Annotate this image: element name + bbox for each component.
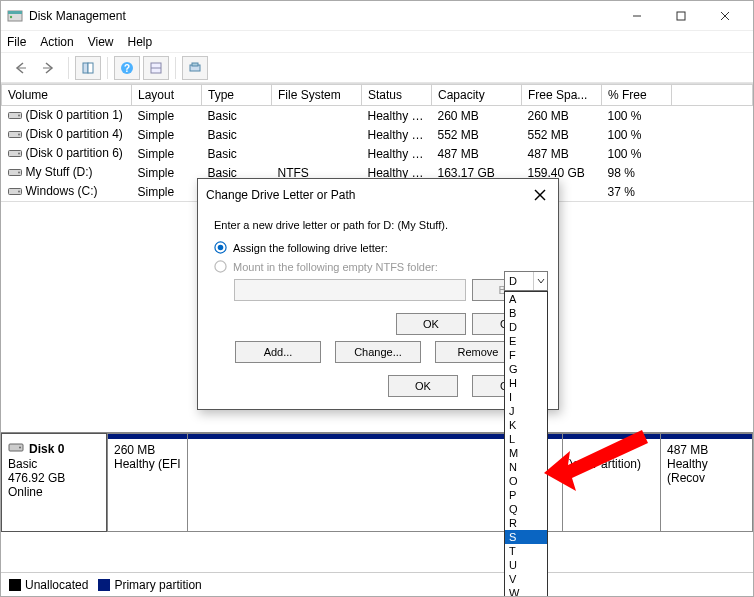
drive-letter-option[interactable]: D (505, 320, 547, 334)
table-header-row: Volume Layout Type File System Status Ca… (2, 85, 753, 106)
svg-point-16 (18, 115, 20, 117)
drive-letter-option[interactable]: J (505, 404, 547, 418)
drive-letter-option[interactable]: T (505, 544, 547, 558)
drive-letter-combo[interactable]: D (504, 271, 548, 291)
drive-letter-option[interactable]: O (505, 474, 547, 488)
drive-letter-option[interactable]: R (505, 516, 547, 530)
drive-letter-option[interactable]: G (505, 362, 547, 376)
dialog-titlebar: Change Drive Letter or Path (198, 179, 558, 211)
drive-letter-option[interactable]: Q (505, 502, 547, 516)
forward-button[interactable] (36, 56, 62, 80)
col-pctfree[interactable]: % Free (602, 85, 672, 106)
col-freespace[interactable]: Free Spa... (522, 85, 602, 106)
legend-primary: Primary partition (98, 578, 201, 592)
partition-4[interactable]: 487 MB Healthy (Recov (660, 434, 752, 531)
svg-rect-1 (8, 11, 22, 14)
dialog-close-button[interactable] (530, 185, 550, 205)
disk-name: Disk 0 (29, 442, 64, 456)
partition-row: 260 MB Healthy (EFI )ata Partition) 487 … (107, 433, 753, 532)
col-layout[interactable]: Layout (132, 85, 202, 106)
svg-point-30 (218, 245, 224, 251)
col-status[interactable]: Status (362, 85, 432, 106)
svg-point-26 (19, 447, 21, 449)
disk-basic: Basic (8, 457, 100, 471)
svg-point-18 (18, 134, 20, 136)
app-icon (7, 8, 23, 24)
col-volume[interactable]: Volume (2, 85, 132, 106)
minimize-button[interactable] (615, 1, 659, 31)
radio-unselected-icon (214, 260, 227, 273)
col-type[interactable]: Type (202, 85, 272, 106)
window-title: Disk Management (29, 9, 615, 23)
drive-letter-option[interactable]: F (505, 348, 547, 362)
drive-letter-option[interactable]: V (505, 572, 547, 586)
col-capacity[interactable]: Capacity (432, 85, 522, 106)
drive-letter-option[interactable]: L (505, 432, 547, 446)
svg-point-22 (18, 172, 20, 174)
drive-letter-option[interactable]: I (505, 390, 547, 404)
drive-letter-option[interactable]: S (505, 530, 547, 544)
col-spacer (672, 85, 753, 106)
toolbar-button-1[interactable] (75, 56, 101, 80)
legend: Unallocated Primary partition (1, 572, 753, 596)
assign-letter-radio-row[interactable]: Assign the following drive letter: (214, 241, 542, 254)
ok-button[interactable]: OK (388, 375, 458, 397)
disk-layout-strip: Disk 0 Basic 476.92 GB Online 260 MB Hea… (1, 432, 753, 532)
change-button[interactable]: Change... (335, 341, 421, 363)
partition-1[interactable]: 260 MB Healthy (EFI (107, 434, 187, 531)
change-drive-letter-dialog: Change Drive Letter or Path Enter a new … (197, 178, 559, 410)
radio-selected-icon (214, 241, 227, 254)
svg-point-2 (10, 15, 12, 17)
legend-unallocated: Unallocated (9, 578, 88, 592)
help-button[interactable]: ? (114, 56, 140, 80)
svg-rect-8 (88, 63, 93, 73)
drive-letter-option[interactable]: U (505, 558, 547, 572)
assign-letter-label: Assign the following drive letter: (233, 242, 388, 254)
close-button[interactable] (703, 1, 747, 31)
disk-icon (8, 440, 24, 457)
svg-rect-7 (83, 63, 88, 73)
drive-letter-option[interactable]: W (505, 586, 547, 597)
inner-ok-button[interactable]: OK (396, 313, 466, 335)
svg-rect-14 (192, 63, 198, 66)
mount-folder-radio-row[interactable]: Mount in the following empty NTFS folder… (214, 260, 542, 273)
drive-letter-value: D (505, 275, 533, 287)
menu-file[interactable]: File (7, 35, 26, 49)
table-row[interactable]: (Disk 0 partition 1)SimpleBasicHealthy (… (2, 106, 753, 126)
svg-point-24 (18, 191, 20, 193)
drive-letter-option[interactable]: B (505, 306, 547, 320)
mount-folder-label: Mount in the following empty NTFS folder… (233, 261, 438, 273)
toolbar-button-2[interactable] (143, 56, 169, 80)
drive-letter-option[interactable]: E (505, 334, 547, 348)
drive-letter-option[interactable]: K (505, 418, 547, 432)
menu-action[interactable]: Action (40, 35, 73, 49)
back-button[interactable] (7, 56, 33, 80)
title-bar: Disk Management (1, 1, 753, 31)
svg-point-31 (215, 261, 226, 272)
col-filesystem[interactable]: File System (272, 85, 362, 106)
drive-letter-option[interactable]: N (505, 460, 547, 474)
toolbar-button-3[interactable] (182, 56, 208, 80)
disk-state: Online (8, 485, 100, 499)
mount-folder-input (234, 279, 466, 301)
add-button[interactable]: Add... (235, 341, 321, 363)
below-disk-spacer (1, 532, 753, 572)
dialog-message: Enter a new drive letter or path for D: … (214, 219, 542, 231)
svg-text:?: ? (124, 63, 130, 74)
drive-letter-dropdown[interactable]: ABDEFGHIJKLMNOPQRSTUVWXYZ (504, 291, 548, 597)
drive-letter-option[interactable]: M (505, 446, 547, 460)
maximize-button[interactable] (659, 1, 703, 31)
menu-view[interactable]: View (88, 35, 114, 49)
drive-letter-option[interactable]: A (505, 292, 547, 306)
menu-help[interactable]: Help (128, 35, 153, 49)
svg-point-20 (18, 153, 20, 155)
disk-info-panel: Disk 0 Basic 476.92 GB Online (1, 433, 107, 532)
svg-rect-4 (677, 12, 685, 20)
table-row[interactable]: (Disk 0 partition 4)SimpleBasicHealthy (… (2, 125, 753, 144)
partition-3[interactable]: )ata Partition) (562, 434, 660, 531)
disk-management-window: Disk Management File Action View Help ? (0, 0, 754, 597)
table-row[interactable]: (Disk 0 partition 6)SimpleBasicHealthy (… (2, 144, 753, 163)
drive-letter-option[interactable]: P (505, 488, 547, 502)
drive-letter-option[interactable]: H (505, 376, 547, 390)
chevron-down-icon (533, 272, 547, 290)
